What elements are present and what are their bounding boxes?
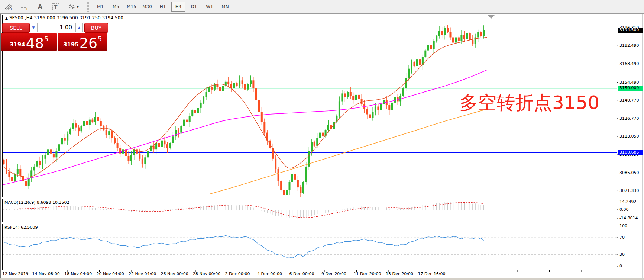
- up-arrow-icon: ▲: [78, 26, 81, 29]
- buy-button[interactable]: BUY: [84, 23, 108, 33]
- price-axis-label: 3168.490: [619, 61, 639, 66]
- equidistant-channel-icon: E: [4, 3, 13, 11]
- time-axis-label: 14 Nov 08:00: [32, 271, 60, 276]
- one-click-trade-panel: SELL ▼ ▲ BUY 3194 48 5 3195 26 5: [2, 22, 107, 51]
- sell-price-prefix: 3194: [10, 41, 25, 48]
- price-axis-label: 0.00: [619, 207, 629, 212]
- arrows-icon: [68, 3, 76, 10]
- buy-price-sup: 5: [98, 35, 102, 43]
- buy-price-prefix: 3195: [63, 41, 79, 48]
- symbol-header: ▲SP500-,H4 3196.000 3196.500 3191.250 31…: [5, 15, 123, 20]
- sell-quote-box[interactable]: 3194 48 5: [1, 33, 57, 51]
- collapse-arrow-icon[interactable]: ▲: [5, 16, 8, 20]
- svg-text:F: F: [26, 8, 28, 11]
- time-axis-label: 4 Dec 00:00: [257, 271, 282, 276]
- buy-quote-box[interactable]: 3195 26 5: [58, 33, 107, 51]
- label-tool-button[interactable]: T: [49, 1, 62, 12]
- price-axis-label: 70: [619, 235, 625, 240]
- price-axis-label: 0: [619, 264, 622, 268]
- sell-button[interactable]: SELL: [2, 23, 30, 33]
- time-axis-label: 18 Nov 04:00: [64, 271, 92, 276]
- price-axis-label: 100: [619, 223, 627, 228]
- time-axis-label: 28 Nov 00:00: [193, 271, 220, 276]
- time-axis-label: 13 Dec 20:00: [386, 271, 413, 276]
- timeframe-d1-button[interactable]: D1: [187, 2, 201, 12]
- rsi-label: RSI(14) 62.5009: [4, 225, 38, 230]
- time-axis-label: 6 Dec 00:00: [289, 271, 314, 276]
- price-axis-label: -14.8014: [619, 216, 638, 221]
- timeframe-m30-button[interactable]: M30: [140, 2, 154, 12]
- time-axis-label: 20 Nov 04:00: [97, 271, 124, 276]
- arrows-tool-button[interactable]: ▼: [65, 1, 82, 12]
- svg-text:E: E: [11, 8, 13, 11]
- time-axis-label: 11 Dec 20:00: [354, 271, 381, 276]
- price-badge: 3150.000: [618, 86, 643, 91]
- sell-price-big: 48: [26, 37, 44, 49]
- price-axis-label: 3113.050: [619, 134, 639, 139]
- time-axis-label: 26 Nov 00:00: [161, 271, 188, 276]
- label-tool-icon: T: [52, 3, 59, 10]
- timeframe-m15-button[interactable]: M15: [124, 2, 139, 12]
- window-left-border: [0, 14, 1, 280]
- price-axis-label: 3182.490: [619, 43, 639, 48]
- volume-decrease-button[interactable]: ▼: [30, 23, 37, 32]
- price-badge: 3194.500: [618, 28, 643, 33]
- buy-price-big: 26: [80, 37, 97, 49]
- timeframe-h4-button[interactable]: H4: [171, 2, 185, 12]
- toolbar: E F A T ▼ M1M5M15M30H1H4D1W1MN: [0, 0, 644, 14]
- timeframe-mn-button[interactable]: MN: [218, 2, 232, 12]
- price-axis-label: 3140.770: [619, 98, 639, 103]
- time-axis-label: 2 Dec 00:00: [225, 271, 250, 276]
- text-tool-icon: A: [38, 3, 42, 10]
- window-divider: [0, 14, 644, 14]
- price-axis-label: 14.2492: [619, 199, 637, 204]
- dropdown-caret-icon: ▼: [77, 5, 79, 9]
- timeframe-w1-button[interactable]: W1: [203, 2, 217, 12]
- time-axis-label: 9 Dec 20:00: [321, 271, 346, 276]
- price-axis-label: 3085.050: [619, 170, 639, 175]
- time-axis-label: 12 Nov 2019: [2, 271, 28, 276]
- timeframe-m1-button[interactable]: M1: [93, 2, 107, 12]
- fibonacci-icon: F: [20, 3, 29, 11]
- symbol-info-text: SP500-,H4 3196.000 3196.500 3191.250 319…: [9, 15, 123, 20]
- down-arrow-icon: ▼: [32, 26, 35, 29]
- price-axis-label: 30: [619, 252, 625, 257]
- price-axis-label: 3154.490: [619, 80, 639, 85]
- time-axis-label: 17 Dec 16:00: [418, 271, 446, 276]
- channel-tool-button[interactable]: E: [2, 1, 16, 12]
- timeframe-m5-button[interactable]: M5: [109, 2, 123, 12]
- timeframe-h1-button[interactable]: H1: [156, 2, 170, 12]
- window-bottom-strip: [0, 278, 644, 280]
- volume-increase-button[interactable]: ▲: [75, 23, 83, 32]
- macd-label: MACD(12,26,9) 8.6098 10.3502: [4, 200, 69, 205]
- price-badge: 3100.685: [618, 150, 643, 155]
- chart-annotation-text[interactable]: 多空转折点3150: [459, 93, 599, 112]
- toolbar-grip-handle[interactable]: [87, 2, 89, 12]
- time-axis-label: 22 Nov 04:00: [129, 271, 156, 276]
- price-axis-label: 3126.770: [619, 116, 639, 121]
- fibonacci-tool-button[interactable]: F: [18, 1, 31, 12]
- window-right-border: [642, 14, 643, 280]
- sell-price-sup: 5: [44, 35, 48, 43]
- text-tool-button[interactable]: A: [33, 1, 47, 12]
- volume-input[interactable]: [37, 23, 75, 32]
- timeframe-bar: M1M5M15M30H1H4D1W1MN: [92, 2, 232, 12]
- price-axis-label: 3071.330: [619, 188, 639, 193]
